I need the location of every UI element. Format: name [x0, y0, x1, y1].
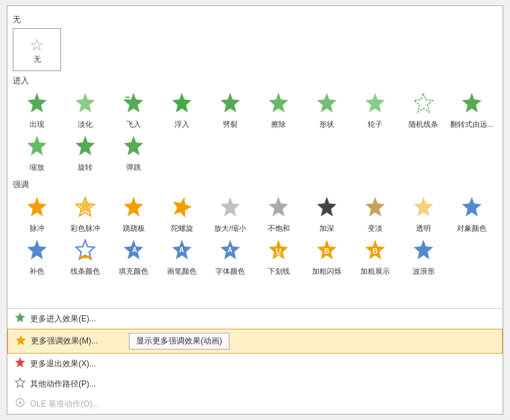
item-line-color[interactable]: 线条颜色	[61, 236, 109, 279]
item-bold-reveal[interactable]: B 加粗展示	[351, 236, 399, 279]
bounce-icon	[123, 135, 144, 160]
underline-icon: U	[268, 239, 289, 264]
font-color-label: 字体颜色	[215, 266, 245, 276]
emphasis-tooltip: 显示更多强调效果(动画)	[109, 333, 230, 350]
desaturate-label: 不饱和	[268, 223, 290, 233]
float-icon	[171, 92, 193, 117]
svg-marker-14	[124, 136, 143, 155]
exit-effects-icon	[14, 357, 26, 370]
flip-icon	[461, 92, 482, 117]
item-complement[interactable]: 补色	[13, 236, 61, 279]
item-float[interactable]: 浮入	[158, 89, 206, 132]
item-pulse[interactable]: 脉冲	[13, 193, 61, 236]
obj-color-label: 对象颜色	[457, 223, 487, 233]
item-wipe[interactable]: 擦除	[254, 89, 303, 132]
item-grow-shrink[interactable]: 放大/缩小	[206, 193, 254, 236]
random-bars-label: 随机线条	[409, 119, 438, 129]
item-obj-color[interactable]: 对象颜色	[448, 193, 496, 236]
emphasis-effects-icon	[15, 335, 27, 348]
item-wave[interactable]: 波浪形	[399, 236, 448, 279]
item-font-color[interactable]: A 字体颜色	[206, 236, 254, 279]
item-darken[interactable]: 加深	[303, 193, 351, 236]
item-shape[interactable]: 形状	[303, 89, 351, 132]
svg-marker-10	[414, 93, 433, 112]
item-transparency[interactable]: 透明	[399, 193, 448, 236]
zoom-icon	[26, 135, 48, 160]
underline-label: 下划线	[268, 266, 290, 276]
svg-marker-44	[15, 358, 25, 367]
svg-marker-5	[172, 93, 191, 112]
item-appear[interactable]: 出现	[13, 89, 61, 132]
more-exit-effects[interactable]: 更多退出效果(X)...	[7, 354, 503, 374]
darken-icon	[316, 196, 338, 221]
section-enter-label: 进入	[13, 75, 497, 87]
wipe-label: 擦除	[271, 119, 286, 129]
none-icon: ☆	[30, 36, 44, 54]
item-none[interactable]: ☆ 无	[13, 28, 61, 71]
svg-marker-42	[15, 313, 25, 322]
more-emphasis-effects[interactable]: 更多强调效果(M)... 显示更多强调效果(动画)	[7, 329, 503, 354]
item-spin[interactable]: 陀螺旋	[158, 193, 206, 236]
bottom-menu: 更多进入效果(E)... 更多强调效果(M)... 显示更多强调效果(动画) 更…	[7, 308, 503, 414]
svg-text:A: A	[179, 246, 184, 254]
svg-marker-22	[317, 197, 336, 216]
svg-marker-18	[124, 197, 143, 216]
darken-label: 加深	[319, 223, 334, 233]
other-motion-paths[interactable]: 其他动作路径(P)...	[7, 374, 503, 394]
float-label: 浮入	[174, 119, 189, 129]
svg-marker-2	[124, 93, 143, 112]
svg-marker-1	[76, 93, 95, 112]
svg-marker-9	[366, 93, 385, 112]
svg-marker-23	[366, 197, 385, 216]
svg-text:U: U	[276, 247, 281, 255]
transparency-label: 透明	[416, 223, 431, 233]
shape-icon	[316, 92, 338, 117]
svg-text:B: B	[372, 247, 378, 255]
item-wheel[interactable]: 轮子	[351, 89, 399, 132]
wipe-icon	[268, 92, 289, 117]
item-fly[interactable]: 飞入	[109, 89, 158, 132]
random-bars-icon	[413, 92, 434, 117]
item-split[interactable]: 劈裂	[206, 89, 254, 132]
fade-icon	[74, 92, 96, 117]
bold-flash-icon: B	[316, 239, 338, 264]
flip-label: 翻转式由远...	[450, 119, 493, 129]
bold-reveal-label: 加粗展示	[360, 266, 390, 276]
item-color-pulse[interactable]: 彩色脉冲	[61, 193, 109, 236]
bold-flash-label: 加粗闪烁	[312, 266, 342, 276]
item-flip[interactable]: 翻转式由远...	[448, 89, 496, 132]
item-bounce[interactable]: 弹跳	[109, 132, 158, 175]
more-emphasis-label: 更多强调效果(M)...	[31, 335, 98, 347]
ole-actions: OLE 基准动作(O)...	[7, 394, 503, 414]
item-zoom[interactable]: 缩放	[13, 132, 61, 175]
emphasis-section-grid: 脉冲 彩色脉冲 跷跷板	[13, 193, 497, 279]
svg-marker-0	[28, 93, 46, 112]
more-enter-label: 更多进入效果(E)...	[30, 313, 96, 325]
spin-icon	[171, 196, 193, 221]
lighten-icon	[364, 196, 386, 221]
more-enter-effects[interactable]: 更多进入效果(E)...	[7, 309, 503, 329]
item-teeter[interactable]: 跷跷板	[109, 193, 158, 236]
animation-scroll-area[interactable]: 无 ☆ 无 进入 出现 淡化	[7, 6, 503, 308]
line-color-icon	[74, 239, 96, 264]
svg-marker-20	[221, 197, 240, 216]
item-lighten[interactable]: 变淡	[351, 193, 399, 236]
svg-marker-45	[15, 378, 25, 387]
item-fade[interactable]: 淡化	[61, 89, 109, 132]
item-bold-flash[interactable]: B 加粗闪烁	[303, 236, 351, 279]
item-random-bars[interactable]: 随机线条	[399, 89, 448, 132]
item-fill-color[interactable]: A 填充颜色	[109, 236, 158, 279]
svg-text:A: A	[132, 246, 137, 254]
shape-label: 形状	[319, 119, 334, 129]
item-brush-color[interactable]: A 画笔颜色	[158, 236, 206, 279]
animation-panel: 无 ☆ 无 进入 出现 淡化	[7, 5, 503, 415]
item-underline[interactable]: U 下划线	[254, 236, 303, 279]
wheel-label: 轮子	[368, 119, 382, 129]
none-section-grid: ☆ 无	[13, 28, 497, 71]
section-none-label: 无	[13, 14, 497, 25]
font-color-icon: A	[219, 239, 241, 264]
item-rotate[interactable]: 旋转	[61, 132, 109, 175]
fade-label: 淡化	[78, 119, 93, 129]
none-label: 无	[34, 54, 41, 64]
item-desaturate[interactable]: 不饱和	[254, 193, 303, 236]
